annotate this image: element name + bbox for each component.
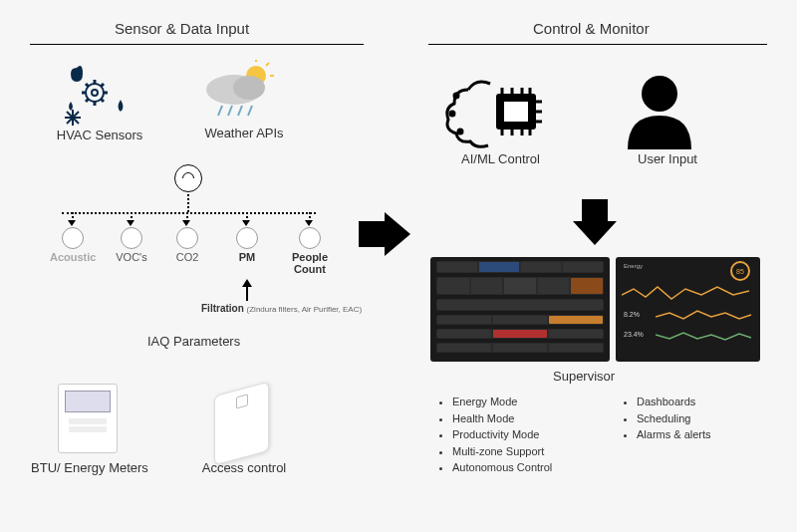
iaq-param-vocs-label: VOC's <box>112 251 151 263</box>
divider-left <box>30 44 364 45</box>
svg-line-21 <box>228 106 232 116</box>
supervisor-features-col2: Dashboards Scheduling Alarms & alerts <box>623 394 711 443</box>
iaq-param-people-label: People Count <box>284 251 336 275</box>
svg-point-26 <box>458 130 462 133</box>
svg-line-7 <box>101 99 104 102</box>
iaq-param-acoustic: Acoustic <box>50 217 96 263</box>
iaq-param-pm-label: PM <box>227 251 267 263</box>
down-arrow-icon <box>573 221 617 245</box>
filtration-arrow-stem <box>246 287 248 301</box>
svg-point-40 <box>642 76 677 112</box>
flow-arrow-body <box>359 221 385 247</box>
hvac-sensors-label: HVAC Sensors <box>55 128 144 142</box>
weather-apis-icon: Weather APIs <box>194 60 294 140</box>
feature-dashboards: Dashboards <box>637 394 711 410</box>
access-card-icon <box>214 382 269 466</box>
filtration-label: Filtration (Zindura filters, Air Purifie… <box>201 303 371 314</box>
dashboard-panel-left <box>430 257 610 362</box>
feature-energy-mode: Energy Mode <box>452 394 552 410</box>
svg-line-22 <box>238 106 242 116</box>
flow-arrow-icon <box>385 212 410 256</box>
svg-point-25 <box>450 112 454 116</box>
wireless-sensor-icon <box>174 164 202 192</box>
feature-productivity-mode: Productivity Mode <box>452 426 552 443</box>
feature-scheduling: Scheduling <box>637 410 711 427</box>
svg-line-9 <box>101 84 104 87</box>
iaq-param-acoustic-label: Acoustic <box>50 251 96 263</box>
down-arrow-body <box>582 199 608 221</box>
svg-point-1 <box>92 90 98 96</box>
ai-ml-control-label: AI/ML Control <box>438 151 563 166</box>
iaq-param-vocs: VOC's <box>112 217 151 263</box>
svg-line-8 <box>86 99 89 102</box>
svg-point-19 <box>233 76 265 100</box>
btu-meter-icon <box>58 384 118 453</box>
supervisor-features-col1: Energy Mode Health Mode Productivity Mod… <box>438 394 552 476</box>
iaq-param-co2-label: CO2 <box>167 251 207 263</box>
connector-vertical <box>187 194 189 212</box>
iaq-param-people: People Count <box>284 217 336 275</box>
btu-meter-label: BTU/ Energy Meters <box>30 460 149 475</box>
divider-right <box>428 44 767 45</box>
feature-health-mode: Health Mode <box>452 410 552 427</box>
iaq-parameters-title: IAQ Parameters <box>147 334 240 349</box>
svg-line-17 <box>266 63 269 66</box>
feature-autonomous: Autonomous Control <box>452 459 552 476</box>
svg-line-20 <box>218 106 222 116</box>
section-title-left: Sensor & Data Input <box>115 20 249 37</box>
weather-apis-label: Weather APIs <box>194 126 294 140</box>
svg-line-23 <box>248 106 252 116</box>
svg-rect-28 <box>504 102 528 122</box>
section-title-right: Control & Monitor <box>533 20 650 37</box>
hvac-sensors-icon: HVAC Sensors <box>55 58 144 142</box>
svg-line-6 <box>86 84 89 87</box>
dashboard-panel-right: Energy 85 8.2% 23.4% <box>616 257 760 362</box>
iaq-param-pm: PM <box>227 217 267 263</box>
filtration-arrow-icon <box>242 279 252 287</box>
ai-ml-control-icon: AI/ML Control <box>438 70 563 166</box>
iaq-param-co2: CO2 <box>167 217 207 263</box>
svg-point-24 <box>454 94 458 98</box>
feature-alarms: Alarms & alerts <box>637 426 711 443</box>
connector-bus <box>62 212 316 214</box>
user-input-label: User Input <box>613 151 722 166</box>
supervisor-label: Supervisor <box>553 369 615 384</box>
user-input-icon: User Input <box>613 70 722 166</box>
feature-multizone: Multi-zone Support <box>452 443 552 460</box>
access-control-label: Access control <box>189 460 299 475</box>
